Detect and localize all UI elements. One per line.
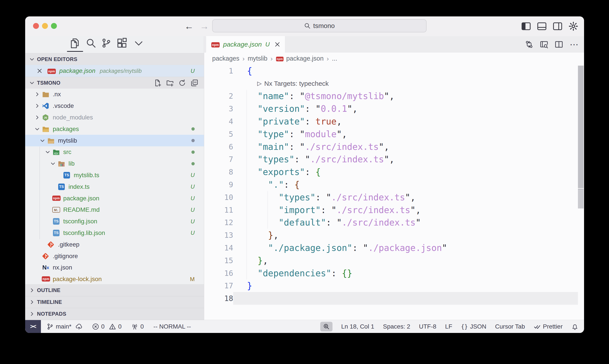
back-button[interactable]: ← [184,21,194,31]
untracked-dot-badge [191,127,195,130]
tree-item-mytslib[interactable]: mytslib [25,135,204,146]
tree-item-tsconfig.lib.json[interactable]: TStsconfig.lib.jsonU [25,227,204,239]
tree-item-lib[interactable]: lib [25,158,204,169]
untracked-badge: U [191,230,195,236]
remote-indicator[interactable]: >< [25,320,41,333]
tree-item-package.json[interactable]: npmpackage.jsonU [25,193,204,204]
code-line-6[interactable]: 6 "main": "./src/index.ts", [204,141,578,153]
code-area[interactable]: 1{▷Nx Targets: typecheck2 "name": "@tsmo… [204,65,578,320]
code-line-11[interactable]: 11 "import": "./src/index.ts", [204,204,578,216]
svg-text:JS: JS [44,116,47,119]
scrollbar-thumb[interactable] [578,66,584,188]
tree-item-src[interactable]: src [25,146,204,158]
problems-status[interactable]: 0 0 [92,323,122,330]
git-branch-status[interactable]: main* [47,323,82,330]
open-editor-item[interactable]: npm package.json packages/mytslib U [25,65,204,77]
code-line-10[interactable]: 10 "types": "./src/index.ts", [204,191,578,204]
tree-item-README.md[interactable]: M↓README.mdU [25,204,204,216]
code-line-15[interactable]: 15 }, [204,254,578,267]
tab-package-json[interactable]: npm package.json U [206,36,285,52]
tree-item-node_modules[interactable]: JSnode_modules [25,112,204,123]
breadcrumb-separator: › [242,55,245,62]
toggle-primary-sidebar-icon[interactable] [521,21,531,31]
cursor-position-status[interactable]: Ln 18, Col 1 [341,323,374,330]
command-center-search[interactable]: tsmono [212,19,427,32]
cursor-tab-status[interactable]: Cursor Tab [495,323,525,330]
code-line-3[interactable]: 3 "version": "0.0.1", [204,102,578,115]
zoom-window-button[interactable] [51,23,57,29]
tree-item-index.ts[interactable]: TSindex.tsU [25,181,204,193]
code-line-2[interactable]: 2 "name": "@tsmono/mytslib", [204,90,578,103]
collapse-all-icon[interactable] [191,79,198,87]
refresh-icon[interactable] [179,79,186,87]
more-actions-icon[interactable]: ⋯ [570,40,579,49]
breadcrumb-item[interactable]: npmpackage.json [276,55,324,62]
indentation-status[interactable]: Spaces: 2 [383,323,410,330]
tree-item-.vscode[interactable]: .vscode [25,100,204,112]
tree-item-.gitkeep[interactable]: .gitkeep [25,239,204,250]
activity-source-control-icon[interactable] [101,38,112,48]
eol-status[interactable]: LF [445,323,452,330]
formatter-status[interactable]: Prettier [534,323,563,330]
code-line-5[interactable]: 5 "type": "module", [204,128,578,141]
open-editors-header[interactable]: OPEN EDITORS [25,53,204,65]
settings-icon[interactable] [568,21,578,31]
code-line-13[interactable]: 13 }, [204,229,578,242]
explorer-header[interactable]: TSMONO [25,77,204,89]
tree-item-tsconfig.json[interactable]: TStsconfig.jsonU [25,216,204,227]
search-editor-icon[interactable] [540,40,548,49]
split-editor-icon[interactable] [555,40,563,49]
tree-item-.gitignore[interactable]: .gitignore [25,250,204,262]
broadcast-status[interactable]: 0 [131,323,144,330]
notifications-bell-icon[interactable] [571,323,578,330]
tree-item-nx.json[interactable]: Nxnx.json [25,262,204,273]
new-folder-icon[interactable] [166,79,174,87]
close-tab-icon[interactable] [274,41,281,48]
typescript-icon: TS [58,183,65,190]
code-line-18[interactable]: 18 [204,292,578,305]
activity-search-icon[interactable] [86,38,96,48]
code-line-9[interactable]: 9 ".": { [204,178,578,191]
code-line-14[interactable]: 14 "./package.json": "./package.json" [204,242,578,254]
codelens-nx-targets[interactable]: ▷Nx Targets: typecheck [233,77,578,90]
breadcrumb-item[interactable]: mytslib [248,55,267,62]
activity-files-icon[interactable] [69,38,80,48]
scrollbar-thumb-secondary[interactable] [578,189,584,208]
toggle-secondary-sidebar-icon[interactable] [553,21,563,31]
panel-header-timeline[interactable]: TIMELINE [25,296,204,308]
tree-item-packages[interactable]: packages [25,123,204,135]
nodejs-icon: JS [42,114,50,121]
minimize-window-button[interactable] [42,23,48,29]
toggle-panel-icon[interactable] [537,21,547,31]
chevron-down-icon [39,138,47,143]
close-icon[interactable] [37,68,43,74]
code-line-8[interactable]: 8 "exports": { [204,166,578,178]
open-changes-icon[interactable] [525,40,533,49]
panel-header-notepads[interactable]: NOTEPADS [25,308,204,320]
activity-more-icon[interactable] [133,38,144,48]
forward-button[interactable]: → [200,21,209,31]
tree-item-label: nx.json [53,264,72,271]
line-number: 2 [204,92,233,100]
close-window-button[interactable] [33,23,39,29]
code-line-17[interactable]: 17} [204,280,578,292]
tree-item-.nx[interactable]: .nx [25,89,204,100]
tree-item-package-lock.json[interactable]: npmpackage-lock.jsonM [25,273,204,285]
code-line-16[interactable]: 16 "dependencies": {} [204,267,578,280]
folder-icon [47,137,55,144]
language-mode-status[interactable]: {} JSON [461,323,486,330]
code-line-7[interactable]: 7 "types": "./src/index.ts", [204,153,578,166]
panel-header-outline[interactable]: OUTLINE [25,284,204,296]
breadcrumb-item[interactable]: packages [212,55,239,62]
tree-item-mytslib.ts[interactable]: TSmytslib.tsU [25,169,204,181]
new-file-icon[interactable] [154,79,161,87]
code-line-1[interactable]: 1{ [204,65,578,77]
code-line-12[interactable]: 12 "default": "./src/index.ts" [204,216,578,229]
breadcrumb-item[interactable]: ... [332,55,337,62]
vim-mode-indicator[interactable]: -- NORMAL -- [153,323,191,330]
encoding-status[interactable]: UTF-8 [419,323,436,330]
zoom-indicator[interactable] [320,322,333,331]
code-line-4[interactable]: 4 "private": true, [204,115,578,128]
editor-scrollbar[interactable] [578,36,584,320]
activity-extensions-icon[interactable] [117,38,127,48]
